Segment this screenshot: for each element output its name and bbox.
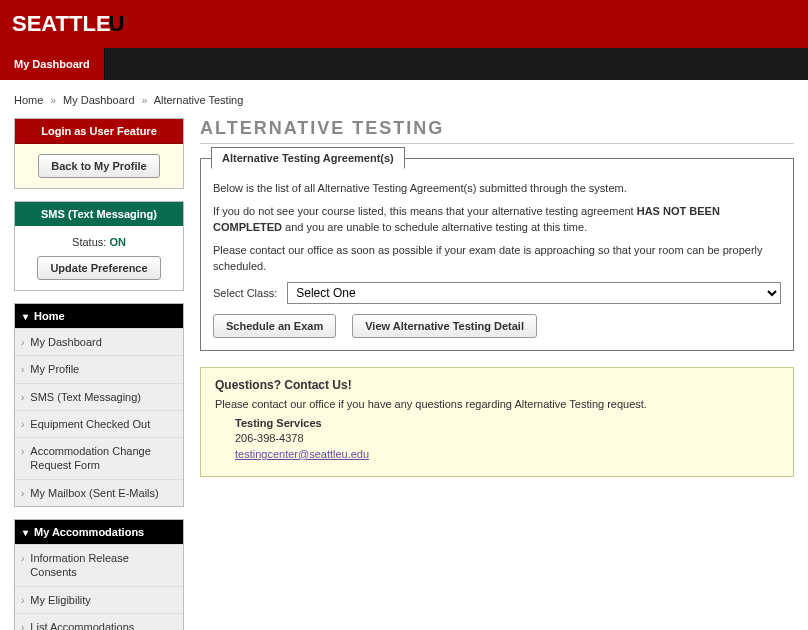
sidebar-item-label: Equipment Checked Out [30,417,150,431]
nav-accommodations-title: My Accommodations [34,526,144,538]
sidebar-item-label: List Accommodations [30,620,134,630]
logo-text-u: U [109,11,125,36]
breadcrumb: Home » My Dashboard » Alternative Testin… [14,88,794,118]
panel-text-3: Please contact our office as soon as pos… [213,243,781,274]
chevron-right-icon: › [21,487,24,500]
chevron-down-icon: ▾ [23,527,28,538]
schedule-exam-button[interactable]: Schedule an Exam [213,314,336,338]
nav-home-header[interactable]: ▾ Home [15,304,183,328]
sidebar-item-label: Accommodation Change Request Form [30,444,175,473]
sidebar-item-eligibility[interactable]: ›My Eligibility [15,586,183,613]
sms-box-title: SMS (Text Messaging) [15,202,183,226]
sidebar-item-my-profile[interactable]: ›My Profile [15,355,183,382]
panel-text-1: Below is the list of all Alternative Tes… [213,181,781,196]
breadcrumb-home[interactable]: Home [14,94,43,106]
panel-text-2c: and you are unable to schedule alternati… [282,221,587,233]
chevron-right-icon: › [21,552,24,565]
sidebar-item-my-dashboard[interactable]: ›My Dashboard [15,328,183,355]
login-feature-box: Login as User Feature Back to My Profile [14,118,184,189]
chevron-right-icon: › [21,336,24,349]
back-to-profile-button[interactable]: Back to My Profile [38,154,159,178]
sidebar-item-info-release[interactable]: ›Information Release Consents [15,544,183,586]
contact-dept: Testing Services [235,416,779,431]
chevron-right-icon: › [21,445,24,458]
panel-text-2: If you do not see your course listed, th… [213,204,781,235]
chevron-right-icon: » [50,95,56,106]
contact-box: Questions? Contact Us! Please contact ou… [200,367,794,477]
sms-status: Status: ON [25,236,173,248]
sidebar-item-equipment[interactable]: ›Equipment Checked Out [15,410,183,437]
chevron-right-icon: › [21,594,24,607]
select-class-dropdown[interactable]: Select One [287,282,781,304]
chevron-right-icon: › [21,621,24,630]
contact-text: Please contact our office if you have an… [215,398,779,410]
sms-status-value: ON [109,236,126,248]
view-detail-button[interactable]: View Alternative Testing Detail [352,314,537,338]
contact-email-link[interactable]: testingcenter@seattleu.edu [235,448,369,460]
nav-home-title: Home [34,310,65,322]
contact-title: Questions? Contact Us! [215,378,779,392]
nav-accommodations: ▾ My Accommodations ›Information Release… [14,519,184,630]
sidebar-item-list-accom[interactable]: ›List Accommodations [15,613,183,630]
chevron-right-icon: › [21,391,24,404]
chevron-right-icon: › [21,363,24,376]
tab-my-dashboard[interactable]: My Dashboard [0,48,105,80]
select-class-label: Select Class: [213,287,277,299]
sidebar-item-label: SMS (Text Messaging) [30,390,141,404]
sidebar-item-label: My Mailbox (Sent E-Mails) [30,486,158,500]
chevron-right-icon: › [21,418,24,431]
sidebar-item-accom-change[interactable]: ›Accommodation Change Request Form [15,437,183,479]
sms-box: SMS (Text Messaging) Status: ON Update P… [14,201,184,291]
breadcrumb-current: Alternative Testing [154,94,244,106]
sidebar-item-label: Information Release Consents [30,551,175,580]
login-feature-title: Login as User Feature [15,119,183,144]
chevron-right-icon: » [142,95,148,106]
sidebar-item-mailbox[interactable]: ›My Mailbox (Sent E-Mails) [15,479,183,506]
agreements-panel-tab: Alternative Testing Agreement(s) [211,147,405,169]
sidebar-item-label: My Eligibility [30,593,91,607]
contact-phone: 206-398-4378 [235,431,779,446]
brand-header: SEATTLEU [0,0,808,48]
chevron-down-icon: ▾ [23,311,28,322]
update-preference-button[interactable]: Update Preference [37,256,160,280]
logo: SEATTLEU [12,11,124,37]
page-title: ALTERNATIVE TESTING [200,118,794,144]
breadcrumb-my-dashboard[interactable]: My Dashboard [63,94,135,106]
panel-text-2a: If you do not see your course listed, th… [213,205,637,217]
agreements-panel: Alternative Testing Agreement(s) Below i… [200,158,794,351]
nav-home: ▾ Home ›My Dashboard ›My Profile ›SMS (T… [14,303,184,507]
sidebar-item-sms[interactable]: ›SMS (Text Messaging) [15,383,183,410]
logo-text: SEATTLE [12,11,111,36]
top-nav: My Dashboard [0,48,808,80]
sidebar-item-label: My Profile [30,362,79,376]
nav-accommodations-header[interactable]: ▾ My Accommodations [15,520,183,544]
sms-status-label: Status: [72,236,109,248]
sidebar-item-label: My Dashboard [30,335,102,349]
